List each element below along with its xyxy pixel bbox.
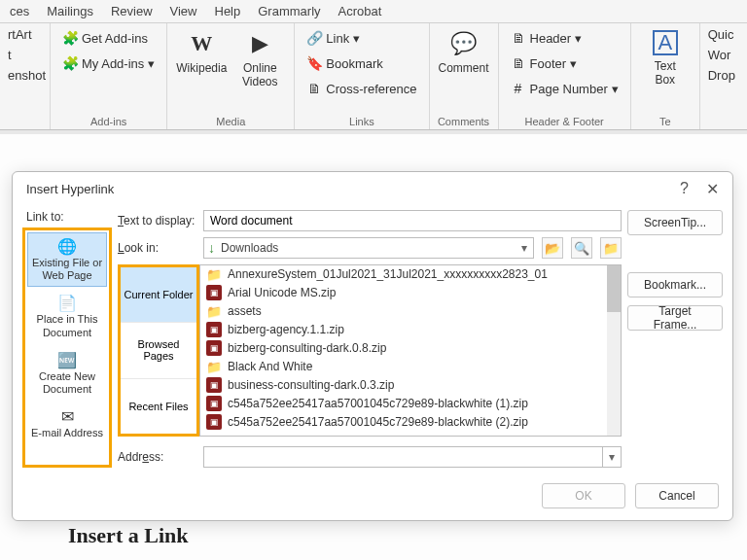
partial-dropcap[interactable]: Drop: [708, 68, 735, 83]
screentip-button[interactable]: ScreenTip...: [627, 210, 723, 235]
get-addins-button[interactable]: 🧩 Get Add-ins: [58, 27, 159, 49]
cancel-button[interactable]: Cancel: [635, 483, 719, 508]
file-row[interactable]: 📁AnnexureSystem_01Jul2021_31Jul2021_xxxx…: [200, 265, 621, 284]
linkto-create-new[interactable]: 🆕 Create New Document: [27, 346, 107, 401]
comment-label: Comment: [439, 61, 489, 75]
dialog-title: Insert Hyperlink: [26, 182, 114, 196]
bookmark-dialog-button[interactable]: Bookmark...: [627, 272, 723, 298]
pagenum-icon: #: [511, 81, 526, 96]
page-number-button[interactable]: #Page Number ▾: [507, 78, 622, 99]
file-row[interactable]: ▣c545a752ee25417aa57001045c729e89-blackw…: [200, 395, 621, 413]
partial-smartart[interactable]: rtArt: [8, 27, 42, 42]
addins-my-icon: 🧩: [62, 55, 78, 71]
tab-view[interactable]: View: [170, 4, 197, 18]
crossref-label: Cross-reference: [326, 82, 416, 96]
ribbon-partial-right: Quic Wor Drop: [708, 27, 735, 83]
footer-icon: 🗎: [511, 55, 526, 71]
wikipedia-button[interactable]: W Wikipedia: [175, 27, 228, 78]
globe-file-icon: 🌐: [57, 237, 77, 255]
file-name: c545a752ee25417aa57001045c729e89-blackwh…: [228, 415, 528, 429]
chevron-down-icon: ▾: [612, 82, 619, 96]
file-row[interactable]: 📁assets: [200, 302, 621, 321]
address-dropdown[interactable]: ▾: [602, 446, 622, 468]
link-icon: 🔗: [306, 30, 322, 46]
help-button[interactable]: ?: [680, 180, 689, 198]
online-videos-label: Online Videos: [237, 61, 282, 89]
file-row[interactable]: ▣c545a752ee25417aa57001045c729e89-blackw…: [200, 413, 621, 432]
doc-place-icon: 📄: [57, 294, 77, 311]
partial-wordart[interactable]: Wor: [708, 48, 735, 62]
tab-grammarly[interactable]: Grammarly: [258, 4, 320, 18]
group-label: [8, 114, 42, 127]
tab-help[interactable]: Help: [215, 4, 241, 18]
file-name: business-consulting-dark.0.3.zip: [228, 378, 394, 392]
ok-button[interactable]: OK: [542, 483, 625, 508]
browse-tab-browsed-pages[interactable]: Browsed Pages: [121, 323, 196, 378]
partial-quickparts[interactable]: Quic: [708, 27, 735, 42]
group-headerfooter-label: Header & Footer: [507, 114, 622, 127]
address-label: Address:: [118, 450, 196, 464]
bookmark-icon: 🔖: [306, 55, 322, 71]
video-icon: ▶: [246, 30, 273, 57]
group-comments-label: Comments: [438, 114, 490, 127]
email-icon: ✉: [61, 407, 74, 425]
crossref-button[interactable]: 🗎Cross-reference: [302, 78, 420, 99]
file-row[interactable]: 📁Black And White: [200, 358, 621, 376]
comment-icon: 💬: [450, 30, 478, 57]
up-one-level-button[interactable]: 📂: [542, 237, 563, 259]
linkto-email-label: E-mail Address: [31, 427, 103, 439]
browse-tabs-highlight-box: Current Folder Browsed Pages Recent File…: [118, 264, 199, 437]
linkto-existing-file[interactable]: 🌐 Existing File or Web Page: [27, 232, 107, 287]
link-button[interactable]: 🔗Link ▾: [302, 27, 420, 49]
textbox-label: Text Box: [643, 59, 688, 88]
my-addins-button[interactable]: 🧩 My Add-ins ▾: [58, 52, 159, 74]
group-links-label: Links: [302, 114, 420, 127]
pagenum-label: Page Number: [530, 82, 608, 96]
zip-icon: ▣: [206, 340, 222, 356]
browse-file-button[interactable]: 📁: [600, 237, 622, 259]
insert-hyperlink-dialog: Insert Hyperlink ? ✕ Link to: 🌐 Existing…: [12, 171, 733, 521]
new-doc-icon: 🆕: [57, 351, 77, 368]
file-row[interactable]: ▣business-consulting-dark.0.3.zip: [200, 376, 621, 395]
browse-web-button[interactable]: 🔍: [571, 237, 592, 259]
group-addins-label: Add-ins: [58, 114, 159, 127]
file-list[interactable]: 📁AnnexureSystem_01Jul2021_31Jul2021_xxxx…: [199, 264, 622, 437]
online-videos-button[interactable]: ▶ Online Videos: [233, 27, 286, 92]
browsed-pages-label: Browsed Pages: [123, 338, 195, 362]
folder-up-icon: 📂: [545, 241, 560, 256]
linkto-email[interactable]: ✉ E-mail Address: [27, 402, 107, 444]
zip-icon: ▣: [206, 396, 222, 411]
down-arrow-icon: ↓: [208, 240, 215, 256]
linkto-place-in-doc[interactable]: 📄 Place in This Document: [27, 289, 107, 343]
close-button[interactable]: ✕: [706, 180, 719, 198]
browse-tab-recent-files[interactable]: Recent Files: [121, 379, 196, 434]
target-frame-button[interactable]: Target Frame...: [627, 305, 723, 331]
file-row[interactable]: ▣bizberg-agency.1.1.zip: [200, 321, 621, 339]
tab-mailings[interactable]: Mailings: [47, 4, 93, 18]
lookin-select[interactable]: ↓ Downloads ▾: [203, 237, 534, 259]
textbox-button[interactable]: A Text Box: [639, 27, 692, 90]
chevron-down-icon: ▾: [575, 31, 582, 46]
folder-icon: 📁: [206, 359, 222, 374]
footer-button[interactable]: 🗎Footer ▾: [507, 52, 622, 74]
ribbon-partial-left: rtArt t enshot: [8, 27, 42, 83]
scrollbar-thumb[interactable]: [607, 265, 621, 312]
header-button[interactable]: 🗎Header ▾: [507, 27, 622, 49]
browse-tab-current-folder[interactable]: Current Folder: [121, 267, 196, 323]
file-row[interactable]: ▣bizberg-consulting-dark.0.8.zip: [200, 339, 621, 358]
partial-screenshot[interactable]: enshot: [8, 68, 42, 83]
tab-review[interactable]: Review: [111, 4, 153, 18]
address-input[interactable]: [203, 446, 602, 468]
bookmark-button[interactable]: 🔖Bookmark: [302, 52, 420, 74]
comment-button[interactable]: 💬 Comment: [438, 27, 490, 78]
zip-icon: ▣: [206, 285, 222, 300]
folder-icon: 📁: [206, 266, 222, 282]
chevron-down-icon: ▾: [353, 31, 360, 46]
linkto-existing-label: Existing File or Web Page: [30, 257, 104, 282]
partial-chart[interactable]: t: [8, 48, 42, 62]
tab-references-partial[interactable]: ces: [10, 4, 29, 18]
file-row[interactable]: ▣Arial Unicode MS.zip: [200, 284, 621, 302]
wikipedia-label: Wikipedia: [176, 61, 227, 75]
tab-acrobat[interactable]: Acrobat: [338, 4, 382, 18]
text-to-display-input[interactable]: [203, 210, 622, 231]
